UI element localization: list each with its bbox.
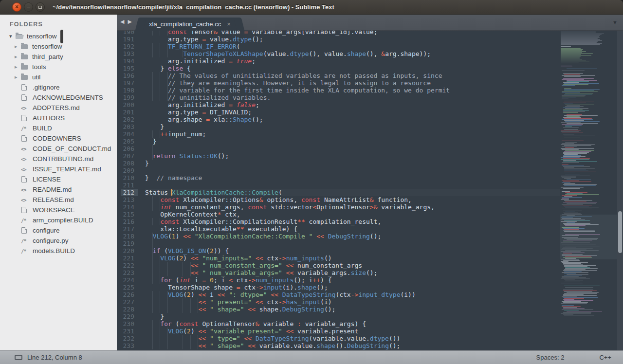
sidebar-item-issue-template-md[interactable]: <>ISSUE_TEMPLATE.md [0, 164, 117, 174]
code-line-195[interactable]: } else { [145, 65, 560, 72]
code-line-202[interactable]: arg.shape = xla::Shape(); [145, 116, 560, 123]
code-line-198[interactable]: // variable for the first time inside th… [145, 87, 560, 94]
syntax-selector[interactable]: C++ [599, 354, 611, 361]
sidebar-item-models-build[interactable]: /*models.BUILD [0, 246, 117, 256]
scrollbar-thumb[interactable] [618, 211, 622, 253]
code-line-194[interactable]: arg.initialized = true; [145, 57, 560, 65]
item-label: AUTHORS [33, 114, 65, 122]
code-line-215[interactable]: OpKernelContext* ctx, [145, 211, 560, 218]
sidebar-item-arm-compiler-build[interactable]: /*arm_compiler.BUILD [0, 215, 117, 225]
code-line-227[interactable]: << " present=" << ctx->has_input(i) [145, 298, 560, 306]
collapse-icon[interactable]: ▾ [9, 33, 16, 39]
sidebar-item-util[interactable]: ▸util [0, 72, 117, 82]
code-line-225[interactable]: TensorShape shape = ctx->input(i).shape(… [145, 284, 560, 291]
code-line-216[interactable]: const XlaCompiler::CompilationResult** c… [145, 218, 560, 225]
code-line-220[interactable]: if (VLOG_IS_ON(2)) { [145, 247, 560, 255]
code-line-223[interactable]: << " num_variable_args=" << variable_arg… [145, 269, 560, 276]
code-line-207[interactable]: return Status::OK(); [145, 152, 560, 160]
item-label: CONTRIBUTING.md [33, 155, 93, 163]
item-label: WORKSPACE [33, 206, 75, 214]
sidebar-item-tensorflow[interactable]: ▸tensorflow [0, 41, 117, 52]
sidebar-item-configure-py[interactable]: /*configure.py [0, 236, 117, 246]
sidebar-item-codeowners[interactable]: CODEOWNERS [0, 133, 117, 144]
code-line-193[interactable]: TensorShapeToXLAShape(value.dtype(), val… [145, 50, 560, 57]
sidebar-item-third-party[interactable]: ▸third_party [0, 52, 117, 62]
code-line-191[interactable]: arg.type = value.dtype(); [145, 36, 560, 43]
code-line-230[interactable]: for (const OptionalTensor& variable : va… [145, 320, 560, 328]
sidebar-item-configure[interactable]: configure [0, 225, 117, 236]
sidebar-item-release-md[interactable]: <>RELEASE.md [0, 195, 117, 205]
code-line-234[interactable]: } [145, 349, 560, 350]
expand-icon[interactable]: ▸ [15, 43, 21, 50]
sidebar-item-authors[interactable]: AUTHORS [0, 113, 117, 123]
code-line-204[interactable]: ++input_num; [145, 130, 560, 138]
code-line-209[interactable] [145, 167, 560, 174]
code-area[interactable]: const Tensor& value = variable_args[vari… [138, 31, 560, 350]
code-line-229[interactable]: } [145, 313, 560, 320]
sidebar-item-tensorflow[interactable]: ▾tensorflow [0, 31, 117, 41]
markdown-file-icon: <> [21, 187, 29, 193]
indent-setting[interactable]: Spaces: 2 [536, 354, 565, 361]
code-line-232[interactable]: << " type=" << DataTypeString(variable.v… [145, 335, 560, 342]
code-line-218[interactable]: VLOG(1) << "XlaCompilationCache::Compile… [145, 233, 560, 240]
code-line-217[interactable]: xla::LocalExecutable** executable) { [145, 225, 560, 233]
code-line-210[interactable]: } // namespace [145, 174, 560, 182]
code-line-197[interactable]: // they are meaningless. However, it is … [145, 79, 560, 87]
code-line-222[interactable]: << " num_constant_args=" << num_constant… [145, 262, 560, 269]
folder-icon [21, 55, 28, 59]
tabs-overflow-icon[interactable]: ▼ [612, 19, 618, 25]
code-line-212[interactable]: Status XlaCompilationCache::Compile( [145, 189, 560, 196]
code-line-190[interactable]: const Tensor& value = variable_args[vari… [145, 31, 560, 36]
window-minimize-button[interactable]: – [24, 2, 33, 12]
code-line-199[interactable]: // uninitialized variables. [145, 94, 560, 101]
expand-icon[interactable]: ▸ [15, 74, 21, 80]
sidebar-item-workspace[interactable]: WORKSPACE [0, 205, 117, 215]
expand-icon[interactable]: ▸ [15, 64, 21, 70]
tab-scroll-arrows: ◀ ▶ [120, 19, 132, 24]
sidebar-item-license[interactable]: LICENSE [0, 174, 117, 184]
code-line-200[interactable]: arg.initialized = false; [145, 101, 560, 109]
window-close-button[interactable]: × [12, 2, 21, 12]
tab-close-icon[interactable]: × [227, 21, 231, 27]
code-line-203[interactable]: } [145, 123, 560, 130]
tab-xla-compilation-cache[interactable]: xla_compilation_cache.cc × [140, 18, 239, 31]
sidebar-item-build[interactable]: /*BUILD [0, 123, 117, 133]
sidebar-item-tools[interactable]: ▸tools [0, 62, 117, 72]
code-line-213[interactable]: const XlaCompiler::Options& options, con… [145, 196, 560, 203]
sidebar-item--gitignore[interactable]: .gitignore [0, 82, 117, 92]
code-line-192[interactable]: TF_RETURN_IF_ERROR( [145, 43, 560, 50]
status-panel-toggle-icon[interactable] [15, 355, 22, 360]
code-line-221[interactable]: VLOG(2) << "num_inputs=" << ctx->num_inp… [145, 255, 560, 262]
code-line-231[interactable]: VLOG(2) << "variable present=" << variab… [145, 328, 560, 335]
tabs-prev-icon[interactable]: ◀ [120, 19, 124, 24]
scrollbar-track[interactable] [617, 31, 623, 350]
code-line-214[interactable]: int num_constant_args, const std::vector… [145, 203, 560, 211]
sidebar-item-readme-md[interactable]: <>README.md [0, 184, 117, 195]
code-line-196[interactable]: // The values of uninitialized variables… [145, 72, 560, 79]
code-line-211[interactable] [145, 182, 560, 189]
code-line-201[interactable]: arg.type = DT_INVALID; [145, 109, 560, 116]
item-label: util [32, 73, 40, 81]
item-label: tensorflow [27, 33, 57, 40]
folder-icon [21, 44, 28, 49]
expand-icon[interactable]: ▸ [15, 54, 21, 60]
item-label: models.BUILD [33, 247, 75, 255]
code-line-224[interactable]: for (int i = 0; i < ctx->num_inputs(); i… [145, 276, 560, 284]
sidebar-item-code-of-conduct-md[interactable]: <>CODE_OF_CONDUCT.md [0, 144, 117, 154]
sidebar-item-contributing-md[interactable]: <>CONTRIBUTING.md [0, 154, 117, 164]
tabs-next-icon[interactable]: ▶ [128, 19, 131, 24]
code-line-228[interactable]: << " shape=" << shape.DebugString(); [145, 306, 560, 313]
code-editor[interactable]: 1901911921931941951961971981992002012022… [117, 31, 623, 350]
code-line-206[interactable] [145, 145, 560, 152]
status-right: Spaces: 2 C++ [536, 354, 623, 361]
sidebar-item-adopters-md[interactable]: <>ADOPTERS.md [0, 103, 117, 113]
code-line-208[interactable]: } [145, 160, 560, 167]
file-icon [21, 115, 27, 121]
minimap[interactable] [560, 31, 617, 350]
code-line-205[interactable]: } [145, 138, 560, 145]
sidebar-item-acknowledgments[interactable]: ACKNOWLEDGMENTS [0, 92, 117, 103]
code-line-219[interactable] [145, 240, 560, 247]
code-line-226[interactable]: VLOG(2) << i << ": dtype=" << DataTypeSt… [145, 291, 560, 298]
window-maximize-button[interactable] [36, 2, 45, 12]
code-line-233[interactable]: << " shape=" << variable.value.shape().D… [145, 342, 560, 349]
